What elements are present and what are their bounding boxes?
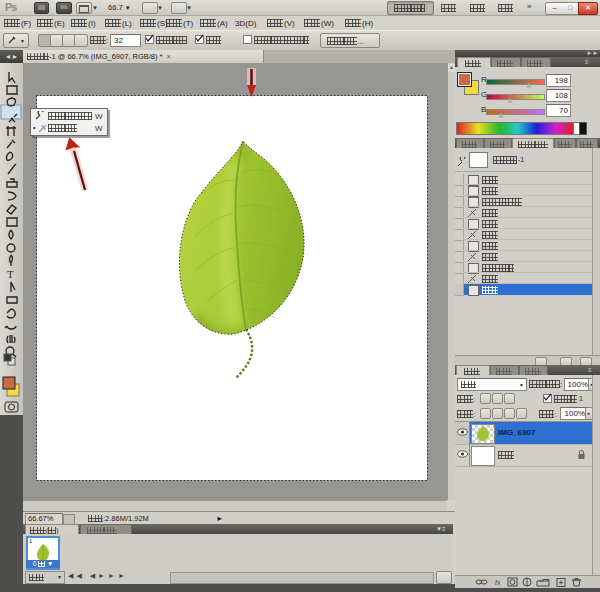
svg-text:T: T bbox=[7, 268, 14, 280]
svg-text:fx: fx bbox=[495, 579, 501, 586]
